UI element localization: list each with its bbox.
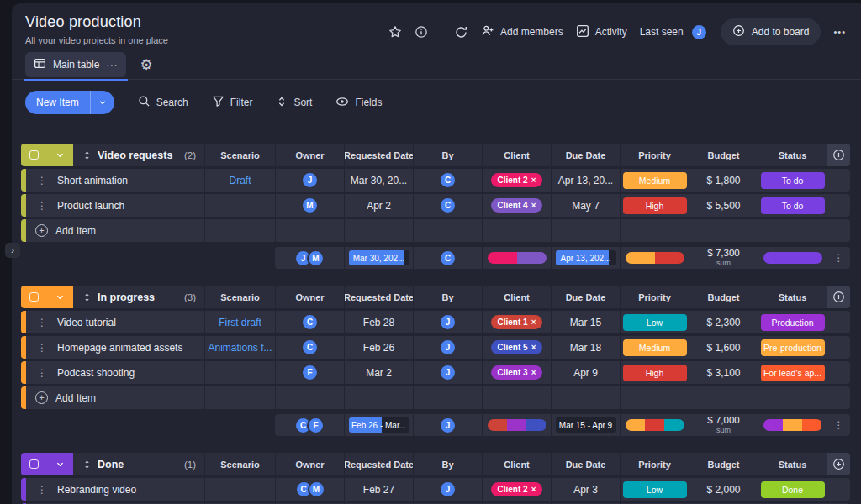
- remove-client-icon[interactable]: ×: [531, 176, 536, 185]
- priority-pill[interactable]: Medium: [623, 339, 687, 356]
- group-expand-icon[interactable]: [82, 292, 92, 302]
- favorite-star-icon[interactable]: [388, 25, 402, 39]
- due-date-range-pill[interactable]: Apr 13, 202...: [556, 250, 616, 265]
- item-name-cell[interactable]: ⋮Rebranding video: [21, 478, 204, 501]
- chevron-down-icon[interactable]: [55, 292, 65, 302]
- priority-pill[interactable]: High: [623, 365, 687, 381]
- cell-scenario[interactable]: Draft: [204, 169, 275, 192]
- group-expand-icon[interactable]: [82, 150, 92, 160]
- column-header-requested-date[interactable]: Requested Date: [344, 144, 413, 166]
- avatar[interactable]: J: [439, 364, 457, 381]
- avatar[interactable]: M: [307, 249, 325, 267]
- add-column-button[interactable]: [827, 144, 850, 166]
- group-title-cell[interactable]: Done(1): [21, 453, 204, 475]
- cell-budget[interactable]: $ 1,800: [689, 169, 758, 192]
- cell-budget[interactable]: $ 2,300: [689, 311, 758, 333]
- cell-requested-date[interactable]: Mar 2: [344, 361, 413, 384]
- cell-owner[interactable]: F: [275, 361, 344, 384]
- cell-status[interactable]: Production: [758, 311, 827, 333]
- last-seen[interactable]: Last seen J: [640, 24, 708, 41]
- cell-due-date[interactable]: Mar 18: [551, 336, 620, 359]
- status-pill[interactable]: To do: [761, 197, 825, 214]
- status-pill[interactable]: Production: [761, 314, 825, 331]
- remove-client-icon[interactable]: ×: [531, 318, 536, 327]
- cell-client[interactable]: Client 1×: [482, 311, 551, 333]
- cell-by[interactable]: C: [413, 169, 482, 192]
- cell-due-date[interactable]: May 7: [551, 194, 620, 217]
- avatar[interactable]: J: [301, 171, 319, 189]
- cell-requested-date[interactable]: Feb 26: [344, 336, 413, 359]
- avatar[interactable]: J: [439, 339, 457, 356]
- row-menu-icon[interactable]: ⋮: [34, 342, 50, 354]
- cell-client[interactable]: Client 4×: [482, 194, 551, 217]
- board-more-menu-icon[interactable]: •••: [833, 27, 846, 37]
- cell-owner[interactable]: C: [275, 336, 344, 359]
- column-header-budget[interactable]: Budget: [689, 286, 758, 308]
- cell-budget[interactable]: $ 5,500: [689, 194, 758, 217]
- cell-due-date[interactable]: Apr 9: [551, 361, 620, 384]
- cell-status[interactable]: To do: [758, 169, 827, 192]
- avatar[interactable]: J: [439, 313, 457, 331]
- cell-scenario[interactable]: First draft: [204, 311, 275, 333]
- avatar[interactable]: C: [301, 313, 319, 331]
- avatar[interactable]: J: [690, 24, 708, 41]
- cell-scenario[interactable]: [204, 478, 275, 501]
- client-pill[interactable]: Client 1×: [491, 315, 543, 329]
- chevron-down-icon[interactable]: [91, 91, 114, 114]
- column-header-priority[interactable]: Priority: [620, 144, 689, 166]
- cell-client[interactable]: Client 3×: [482, 361, 551, 384]
- column-header-due-date[interactable]: Due Date: [551, 453, 620, 475]
- cell-due-date[interactable]: Mar 15: [551, 311, 620, 333]
- group-checkbox[interactable]: [29, 150, 39, 160]
- avatar[interactable]: M: [308, 480, 325, 498]
- cell-priority[interactable]: Medium: [620, 336, 689, 359]
- sort-button[interactable]: Sort: [276, 96, 312, 110]
- column-header-owner[interactable]: Owner: [275, 286, 344, 308]
- column-header-status[interactable]: Status: [758, 286, 827, 308]
- item-name-cell[interactable]: ⋮Short animation: [21, 169, 204, 192]
- cell-by[interactable]: J: [413, 361, 482, 384]
- column-header-requested-date[interactable]: Requested Date: [344, 453, 413, 475]
- avatar[interactable]: C: [301, 339, 319, 356]
- activity-button[interactable]: Activity: [576, 24, 627, 40]
- status-pill[interactable]: To do: [761, 172, 825, 189]
- column-header-by[interactable]: By: [413, 453, 482, 475]
- owner-avatars[interactable]: M: [301, 197, 319, 214]
- avatar[interactable]: F: [307, 417, 325, 434]
- scenario-link[interactable]: Animations f...: [208, 342, 272, 354]
- cell-by[interactable]: C: [413, 194, 482, 217]
- column-header-by[interactable]: By: [413, 144, 482, 166]
- requested-date-range-pill[interactable]: Feb 26 - Mar...: [349, 417, 409, 433]
- add-column-button[interactable]: [827, 286, 850, 308]
- add-to-board-button[interactable]: Add to board: [721, 18, 821, 45]
- cell-status[interactable]: Done: [758, 478, 827, 501]
- by-avatars[interactable]: C: [439, 249, 457, 267]
- client-pill[interactable]: Client 2×: [491, 173, 543, 187]
- column-header-by[interactable]: By: [413, 286, 482, 308]
- column-header-status[interactable]: Status: [758, 144, 827, 166]
- avatar[interactable]: M: [301, 197, 319, 214]
- remove-client-icon[interactable]: ×: [531, 368, 536, 377]
- column-header-status[interactable]: Status: [758, 453, 827, 475]
- cell-client[interactable]: Client 2×: [482, 478, 551, 501]
- priority-pill[interactable]: Low: [623, 481, 687, 498]
- by-avatars[interactable]: J: [439, 313, 457, 331]
- group-title-cell[interactable]: Video requests(2): [21, 144, 204, 166]
- client-pill[interactable]: Client 3×: [491, 365, 543, 380]
- add-item-cell[interactable]: +Add Item: [21, 219, 204, 242]
- cell-requested-date[interactable]: Apr 2: [344, 194, 413, 217]
- column-header-requested-date[interactable]: Requested Date: [344, 286, 413, 308]
- row-menu-icon[interactable]: ⋮: [34, 484, 50, 496]
- column-header-scenario[interactable]: Scenario: [204, 144, 275, 166]
- row-menu-icon[interactable]: ⋮: [34, 317, 50, 328]
- avatar[interactable]: C: [439, 249, 457, 267]
- scenario-link[interactable]: First draft: [219, 317, 261, 328]
- priority-pill[interactable]: Low: [623, 314, 687, 331]
- cell-requested-date[interactable]: Feb 27: [344, 478, 413, 501]
- summary-menu-icon[interactable]: ⋮: [834, 252, 844, 264]
- cell-due-date[interactable]: Apr 13, 20...: [551, 169, 620, 192]
- cell-owner[interactable]: M: [275, 194, 344, 217]
- scenario-link[interactable]: Draft: [229, 175, 251, 186]
- row-menu-icon[interactable]: ⋮: [34, 200, 50, 212]
- cell-owner[interactable]: C: [275, 311, 344, 333]
